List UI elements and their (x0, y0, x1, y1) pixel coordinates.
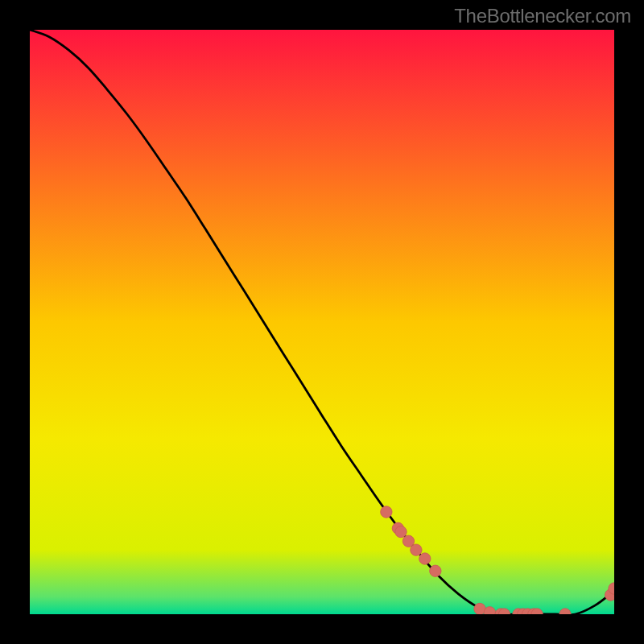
highlight-marker (411, 544, 422, 555)
chart-plot-area (30, 30, 614, 614)
highlight-marker (419, 553, 431, 564)
watermark-text: TheBottlenecker.com (454, 5, 631, 27)
chart-background (30, 30, 614, 614)
chart-svg (30, 30, 614, 614)
highlight-marker (381, 506, 392, 518)
highlight-marker (395, 526, 407, 537)
highlight-marker (430, 565, 441, 576)
